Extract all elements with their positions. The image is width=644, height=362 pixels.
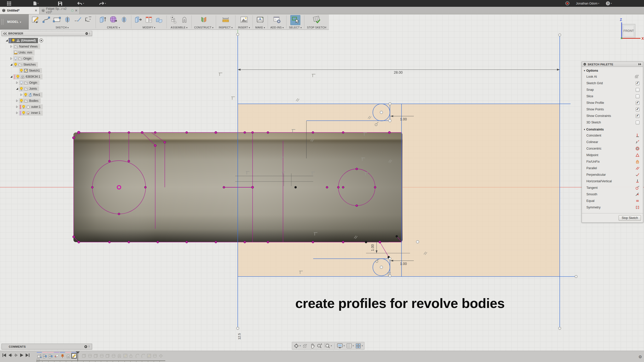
app-grid-icon[interactable] bbox=[7, 2, 11, 6]
group-label[interactable]: SKETCH bbox=[56, 26, 67, 29]
dim-gap-bottom-text[interactable]: 1.00 bbox=[400, 262, 407, 266]
snap-checkbox[interactable] bbox=[636, 88, 639, 92]
construction-plane-icon[interactable] bbox=[199, 15, 208, 24]
viewcube-face-label[interactable]: FRONT bbox=[623, 29, 634, 33]
bulb-off-icon[interactable] bbox=[20, 81, 23, 85]
future-finish-icon[interactable] bbox=[158, 353, 164, 358]
orbit-icon[interactable]: ▾ bbox=[294, 343, 301, 349]
collapsed-icon[interactable] bbox=[16, 100, 18, 102]
options-section-header[interactable]: Options bbox=[582, 67, 643, 73]
look-at-icon[interactable] bbox=[634, 75, 639, 79]
look-at-icon[interactable] bbox=[303, 344, 308, 348]
browser-item-origin[interactable]: Origin bbox=[2, 56, 92, 62]
dim-depth-text[interactable]: 1.00 bbox=[371, 244, 375, 251]
group-label[interactable]: INSPECT bbox=[219, 26, 231, 29]
timeline-item-ground[interactable] bbox=[54, 352, 60, 358]
expand-panel-icon[interactable] bbox=[638, 63, 641, 65]
activate-radio-icon[interactable] bbox=[39, 38, 43, 42]
record-icon[interactable] bbox=[565, 1, 570, 6]
group-label[interactable]: CREATE bbox=[107, 26, 118, 29]
future-box-icon[interactable] bbox=[105, 353, 111, 358]
step-back-icon[interactable] bbox=[9, 353, 12, 357]
sketch-mirror-icon[interactable] bbox=[63, 15, 72, 24]
group-label[interactable]: MAKE bbox=[255, 26, 263, 29]
future-extrude-icon[interactable] bbox=[128, 353, 134, 358]
constraint-midpoint[interactable]: Midpoint bbox=[582, 152, 643, 158]
future-cylinder-icon[interactable] bbox=[87, 353, 93, 358]
new-body-icon[interactable] bbox=[98, 15, 107, 24]
stop-sketch-label[interactable]: STOP SKETCH bbox=[307, 26, 326, 29]
create-sketch-icon[interactable] bbox=[31, 15, 40, 24]
constraint-colinear[interactable]: Colinear bbox=[582, 139, 643, 145]
collapse-panel-icon[interactable] bbox=[3, 32, 7, 35]
future-cylinder-icon[interactable] bbox=[111, 353, 117, 358]
expanded-icon[interactable] bbox=[10, 75, 13, 78]
future-sketch-icon[interactable] bbox=[146, 353, 152, 358]
settings-gear-icon[interactable]: ⚙ bbox=[638, 354, 642, 359]
fillet-icon[interactable] bbox=[84, 15, 93, 24]
measure-icon[interactable] bbox=[221, 15, 230, 24]
collapsed-icon[interactable] bbox=[10, 45, 13, 48]
canvas-viewport[interactable]: 28.00 1.00 1.00 1.00 12.5 MODEL SKETCH bbox=[0, 14, 644, 362]
mirror-icon[interactable] bbox=[119, 15, 129, 24]
constraint-coincident[interactable]: Coincident bbox=[582, 132, 643, 139]
tab-untitled[interactable]: Untitled* ✕ bbox=[0, 7, 39, 14]
show-points-checkbox[interactable] bbox=[636, 108, 639, 111]
viewports-icon[interactable]: ▾ bbox=[356, 343, 363, 348]
dim-height-text[interactable]: 12.5 bbox=[237, 333, 241, 339]
constraint-concentric[interactable]: Concentric bbox=[582, 145, 643, 152]
bulb-on-icon[interactable] bbox=[16, 75, 19, 79]
browser-item-outer[interactable]: outer:1 bbox=[2, 104, 92, 110]
combine-icon[interactable] bbox=[155, 15, 164, 24]
constraint-smooth[interactable]: Smooth bbox=[582, 191, 643, 198]
comments-panel[interactable]: COMMENTS ‖ bbox=[2, 344, 92, 349]
slice-checkbox[interactable] bbox=[636, 95, 639, 98]
rectangle-icon[interactable] bbox=[52, 15, 61, 24]
timeline-item-joint[interactable] bbox=[42, 352, 48, 358]
future-joint-icon[interactable] bbox=[116, 353, 123, 358]
zoom-icon[interactable] bbox=[317, 343, 322, 348]
future-box-icon[interactable] bbox=[81, 353, 87, 358]
bulb-on-icon[interactable] bbox=[14, 63, 17, 67]
viewcube[interactable]: FRONT Z X bbox=[616, 16, 644, 43]
timeline-item-joint[interactable] bbox=[48, 352, 54, 358]
add-comment-icon[interactable] bbox=[84, 345, 87, 348]
browser-header[interactable]: BROWSER ‖ bbox=[2, 31, 92, 36]
user-menu[interactable]: Jonathan Odom ▾ bbox=[576, 2, 599, 5]
press-pull-icon[interactable] bbox=[134, 15, 143, 24]
file-menu-icon[interactable]: ▾ bbox=[33, 1, 38, 6]
sketch-line-icon[interactable] bbox=[73, 15, 83, 24]
zoom-window-icon[interactable]: ▾ bbox=[324, 343, 332, 348]
constraint-equal[interactable]: Equal bbox=[582, 198, 643, 204]
create-form-icon[interactable] bbox=[109, 15, 118, 24]
bulb-on-icon[interactable] bbox=[12, 39, 15, 42]
group-label[interactable]: ADD-INS bbox=[270, 26, 282, 29]
stop-sketch-icon[interactable] bbox=[312, 15, 321, 24]
group-label[interactable]: CONSTRUCT bbox=[194, 26, 212, 29]
bulb-on-icon[interactable] bbox=[22, 105, 25, 109]
future-cylinder-icon[interactable] bbox=[99, 353, 105, 358]
timeline-item-insert-derive[interactable] bbox=[36, 352, 42, 358]
expanded-icon[interactable] bbox=[16, 87, 18, 90]
timeline-item-revolute-joint[interactable] bbox=[65, 352, 71, 358]
scripts-addins-icon[interactable]: >- bbox=[272, 15, 281, 24]
browser-item-bodies[interactable]: Bodies bbox=[2, 98, 92, 104]
browser-item-rev1[interactable]: Rev1 bbox=[2, 92, 92, 98]
future-cylinder-icon[interactable] bbox=[152, 353, 158, 358]
show-constraints-checkbox[interactable] bbox=[636, 114, 639, 118]
panel-options-icon[interactable] bbox=[583, 63, 586, 66]
change-parameters-icon[interactable] bbox=[144, 15, 153, 24]
play-icon[interactable] bbox=[20, 353, 23, 357]
constraint-tangent[interactable]: Tangent bbox=[582, 185, 643, 191]
timeline-track[interactable] bbox=[36, 360, 165, 362]
constraint-perpendicular[interactable]: Perpendicular bbox=[582, 171, 643, 178]
tab-fidget-spinner[interactable]: Fidget Sp...r v2 v10* ✕ bbox=[39, 7, 80, 14]
constraints-section-header[interactable]: Constraints bbox=[582, 126, 643, 132]
workspace-selector[interactable]: MODEL bbox=[0, 14, 29, 29]
tab-close-icon[interactable]: ✕ bbox=[35, 9, 37, 12]
constraint-parallel[interactable]: Parallel bbox=[582, 165, 643, 171]
insert-image-icon[interactable] bbox=[239, 15, 249, 24]
group-label[interactable]: SELECT bbox=[289, 26, 300, 29]
group-label[interactable]: ASSEMBLE bbox=[171, 26, 186, 29]
bulb-on-icon[interactable] bbox=[20, 69, 23, 73]
